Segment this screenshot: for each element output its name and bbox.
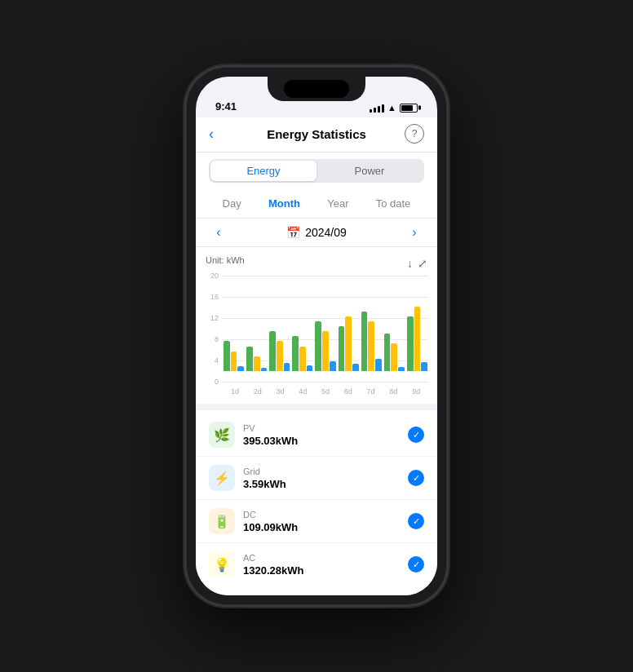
pv-icon-wrap: 🌿 [209,422,235,448]
dc-icon: 🔋 [214,514,230,529]
date-value: 2024/09 [305,226,347,239]
x-label-7: 7d [360,387,383,396]
x-label-6: 6d [337,387,360,396]
page-title: Energy Statistics [267,127,366,141]
tab-energy[interactable]: Energy [210,161,316,181]
pv-checkbox[interactable]: ✓ [408,427,424,443]
grid-value: 3.59kWh [243,478,408,490]
notch-pill [284,80,349,98]
status-time: 9:41 [215,100,237,113]
x-label-4: 4d [291,387,314,396]
next-date-button[interactable]: › [405,225,424,240]
home-indicator [196,589,437,595]
bar-group-1 [224,272,244,371]
ac-label: AC [243,553,408,563]
chart-unit: Unit: kWh [206,255,245,265]
bar-group-8 [384,272,405,371]
x-label-8: 8d [382,387,405,396]
phone-screen: 9:41 ▲ ‹ Energy Statistics ? [196,77,437,595]
dc-info: DC 109.09kWh [243,510,408,533]
phone-frame: 9:41 ▲ ‹ Energy Statistics ? [186,67,447,605]
dc-value: 109.09kWh [243,521,408,533]
bar-group-2 [246,272,267,371]
x-label-5: 5d [314,387,337,396]
wifi-icon: ▲ [387,103,396,113]
period-selector: Day Month Year To date [196,189,437,219]
pv-label: PV [243,423,408,433]
back-button[interactable]: ‹ [209,126,228,143]
status-icons: ▲ [370,103,418,113]
calendar-icon: 📅 [286,226,300,239]
app-content: ‹ Energy Statistics ? Energy Power Day [196,117,437,595]
bar-group-4 [292,272,312,371]
bars-area [224,272,427,371]
stat-row-dc: 🔋 DC 109.09kWh ✓ [196,500,437,543]
period-month[interactable]: Month [262,194,307,213]
date-navigator: ‹ 📅 2024/09 › [196,219,437,247]
period-day[interactable]: Day [216,194,248,213]
pv-icon: 🌿 [214,427,230,443]
signal-icon [370,103,384,113]
bar-group-7 [361,272,382,371]
bar-group-3 [269,272,290,371]
bar-group-9 [407,272,427,371]
tab-switcher: Energy Power [196,153,437,189]
chart: 20 16 12 8 4 0 [206,272,427,386]
dc-icon-wrap: 🔋 [209,508,235,534]
x-label-1: 1d [224,387,246,396]
grid-icon: ⚡ [214,471,230,486]
grid-icon-wrap: ⚡ [209,465,235,491]
prev-date-button[interactable]: ‹ [209,225,228,240]
bar-group-6 [339,272,359,371]
ac-value: 1320.28kWh [243,564,408,577]
stat-row-pv: 🌿 PV 395.03kWh ✓ [196,413,437,457]
expand-button[interactable]: ⤢ [418,257,427,270]
x-label-2: 2d [246,387,269,396]
pv-info: PV 395.03kWh [243,423,408,447]
pv-value: 395.03kWh [243,435,408,447]
header: ‹ Energy Statistics ? [196,117,437,153]
ac-icon: 💡 [214,557,230,573]
grid-checkbox[interactable]: ✓ [408,470,424,486]
period-year[interactable]: Year [321,194,355,213]
chart-section: Unit: kWh ↓ ⤢ 20 16 12 8 4 0 [196,247,437,404]
stats-section: 🌿 PV 395.03kWh ✓ ⚡ Grid 3.59kWh [196,410,437,589]
dc-checkbox[interactable]: ✓ [408,513,424,529]
grid-info: Grid 3.59kWh [243,466,408,490]
stat-row-ac: 💡 AC 1320.28kWh ✓ [196,543,437,586]
tab-power[interactable]: Power [316,161,423,181]
x-labels: 1d 2d 3d 4d 5d 6d 7d 8d 9d [206,387,427,396]
x-label-3: 3d [269,387,292,396]
grid-label: Grid [243,466,408,476]
bar-group-5 [315,272,335,371]
help-button[interactable]: ? [405,124,424,144]
battery-icon [400,104,418,113]
tab-switcher-inner: Energy Power [209,159,424,183]
notch [268,77,365,101]
dc-label: DC [243,510,408,519]
download-button[interactable]: ↓ [407,257,413,270]
period-todate[interactable]: To date [370,194,418,213]
x-label-9: 9d [405,387,427,396]
date-display: 📅 2024/09 [286,226,347,239]
ac-checkbox[interactable]: ✓ [408,556,424,573]
ac-info: AC 1320.28kWh [243,553,408,577]
ac-icon-wrap: 💡 [209,551,235,577]
stat-row-grid: ⚡ Grid 3.59kWh ✓ [196,457,437,500]
